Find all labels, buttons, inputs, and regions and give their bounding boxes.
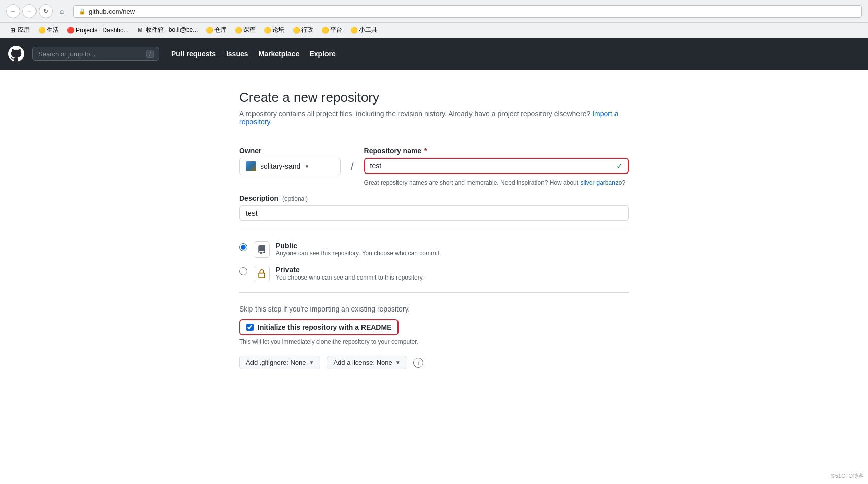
description-label-text: Description bbox=[239, 194, 278, 202]
readme-checkbox[interactable] bbox=[246, 324, 254, 331]
private-radio[interactable] bbox=[239, 267, 247, 275]
owner-caret-icon: ▼ bbox=[304, 164, 309, 169]
readme-box: Initialize this repository with a README bbox=[239, 319, 399, 335]
repo-name-inner: ✓ bbox=[365, 159, 628, 173]
mail-icon: M bbox=[137, 27, 144, 34]
info-icon[interactable]: i bbox=[413, 358, 423, 368]
life-icon: 🟡 bbox=[38, 27, 45, 34]
subtitle-text: A repository contains all project files,… bbox=[239, 110, 590, 118]
bookmark-forum[interactable]: 🟡 论坛 bbox=[261, 25, 287, 36]
bookmark-life[interactable]: 🟡 生活 bbox=[35, 25, 62, 36]
main-content: Create a new repository A repository con… bbox=[0, 70, 868, 484]
separator: / bbox=[351, 147, 354, 172]
bottom-row: Add .gitignore: None ▼ Add a license: No… bbox=[239, 356, 629, 369]
gitignore-label: Add .gitignore: None bbox=[246, 359, 306, 366]
platform-icon: 🟡 bbox=[321, 27, 329, 34]
license-dropdown[interactable]: Add a license: None ▼ bbox=[327, 356, 407, 369]
repo-name-input[interactable] bbox=[365, 159, 611, 173]
nav-pull-requests[interactable]: Pull requests bbox=[171, 50, 216, 58]
bookmark-projects-label: Projects · Dashbo... bbox=[76, 27, 129, 34]
visibility-section: Public Anyone can see this repository. Y… bbox=[239, 241, 629, 282]
skip-section: Skip this step if you're importing an ex… bbox=[239, 305, 629, 345]
private-icon bbox=[254, 266, 270, 282]
public-label: Public bbox=[276, 241, 441, 250]
address-bar[interactable]: 🔒 github.com/new bbox=[73, 5, 862, 18]
readme-label: Initialize this repository with a README bbox=[258, 323, 391, 331]
bookmark-mail[interactable]: M 收件箱 · bo.li@be... bbox=[134, 25, 201, 36]
page-subtitle: A repository contains all project files,… bbox=[239, 110, 629, 126]
search-placeholder: Search or jump to... bbox=[38, 50, 142, 58]
hint-suggestion[interactable]: silver-garbanzo bbox=[580, 179, 622, 186]
nav-issues[interactable]: Issues bbox=[226, 50, 248, 58]
description-input[interactable] bbox=[239, 205, 629, 221]
bookmark-warehouse[interactable]: 🟡 仓库 bbox=[203, 25, 230, 36]
tools-icon: 🟡 bbox=[350, 27, 357, 34]
bookmark-apps-label: 应用 bbox=[18, 26, 30, 34]
browser-toolbar: ← → ↻ ⌂ 🔒 github.com/new bbox=[0, 0, 868, 23]
owner-avatar bbox=[246, 161, 256, 171]
owner-group: Owner solitary-sand ▼ bbox=[239, 147, 341, 175]
private-option: Private You choose who can see and commi… bbox=[239, 266, 629, 282]
license-caret-icon: ▼ bbox=[395, 360, 401, 365]
readme-hint: This will let you immediately clone the … bbox=[239, 338, 629, 345]
repo-name-group: Repository name * ✓ Great repository nam… bbox=[364, 147, 629, 186]
bookmark-mail-label: 收件箱 · bo.li@be... bbox=[146, 26, 198, 34]
visibility-divider bbox=[239, 231, 629, 231]
bookmark-platform[interactable]: 🟡 平台 bbox=[318, 25, 345, 36]
page-title: Create a new repository bbox=[239, 90, 629, 106]
bookmark-admin-label: 行政 bbox=[301, 26, 313, 34]
required-marker: * bbox=[424, 147, 427, 155]
lock-icon: 🔒 bbox=[79, 8, 86, 15]
public-option: Public Anyone can see this repository. Y… bbox=[239, 241, 629, 258]
owner-selector[interactable]: solitary-sand ▼ bbox=[239, 158, 341, 175]
hint-text-prefix: Great repository names are short and mem… bbox=[364, 179, 581, 186]
back-button[interactable]: ← bbox=[6, 4, 20, 18]
description-group: Description (optional) bbox=[239, 194, 629, 221]
bookmark-projects[interactable]: 🔴 Projects · Dashbo... bbox=[64, 26, 132, 35]
apps-icon: ⊞ bbox=[9, 27, 16, 34]
refresh-button[interactable]: ↻ bbox=[39, 4, 53, 18]
private-desc: You choose who can see and commit to thi… bbox=[276, 274, 424, 281]
search-slash-icon: / bbox=[146, 50, 154, 58]
bookmark-admin[interactable]: 🟡 行政 bbox=[290, 25, 316, 36]
watermark: ©51CTO博客 bbox=[831, 472, 864, 480]
owner-repo-row: Owner solitary-sand ▼ / Repository name … bbox=[239, 147, 629, 186]
bookmark-warehouse-label: 仓库 bbox=[214, 26, 227, 34]
bookmark-tools[interactable]: 🟡 小工具 bbox=[347, 25, 380, 36]
repo-name-label-text: Repository name bbox=[364, 147, 422, 155]
main-nav: Pull requests Issues Marketplace Explore bbox=[171, 50, 336, 58]
bookmark-courses-label: 课程 bbox=[243, 26, 256, 34]
bookmark-apps[interactable]: ⊞ 应用 bbox=[6, 25, 33, 36]
public-desc: Anyone can see this repository. You choo… bbox=[276, 250, 441, 257]
repo-name-box: ✓ bbox=[364, 158, 629, 174]
gitignore-dropdown[interactable]: Add .gitignore: None ▼ bbox=[239, 356, 320, 369]
skip-text: Skip this step if you're importing an ex… bbox=[239, 305, 629, 313]
search-bar[interactable]: Search or jump to... / bbox=[32, 47, 159, 61]
browser-chrome: ← → ↻ ⌂ 🔒 github.com/new ⊞ 应用 🟡 生活 🔴 Pro… bbox=[0, 0, 868, 38]
readme-divider bbox=[239, 292, 629, 293]
description-optional: (optional) bbox=[282, 195, 308, 202]
public-icon bbox=[254, 241, 270, 258]
courses-icon: 🟡 bbox=[235, 27, 242, 34]
forward-button[interactable]: → bbox=[22, 4, 37, 18]
github-header: Search or jump to... / Pull requests Iss… bbox=[0, 38, 868, 70]
github-logo[interactable] bbox=[8, 46, 24, 62]
form-container: Create a new repository A repository con… bbox=[231, 90, 637, 369]
url-text: github.com/new bbox=[89, 8, 856, 15]
home-button[interactable]: ⌂ bbox=[55, 4, 69, 18]
form-divider bbox=[239, 136, 629, 136]
nav-explore[interactable]: Explore bbox=[309, 50, 335, 58]
bookmarks-bar: ⊞ 应用 🟡 生活 🔴 Projects · Dashbo... M 收件箱 ·… bbox=[0, 23, 868, 38]
nav-marketplace[interactable]: Marketplace bbox=[259, 50, 300, 58]
projects-icon: 🔴 bbox=[67, 27, 74, 34]
repo-name-check-icon: ✓ bbox=[611, 161, 628, 171]
public-radio[interactable] bbox=[239, 243, 247, 251]
private-label-group: Private You choose who can see and commi… bbox=[276, 266, 424, 281]
private-label: Private bbox=[276, 266, 424, 274]
repo-name-hint: Great repository names are short and mem… bbox=[364, 179, 629, 186]
warehouse-icon: 🟡 bbox=[206, 27, 213, 34]
public-label-group: Public Anyone can see this repository. Y… bbox=[276, 241, 441, 257]
bookmark-tools-label: 小工具 bbox=[359, 26, 377, 34]
repo-name-label: Repository name * bbox=[364, 147, 629, 155]
bookmark-courses[interactable]: 🟡 课程 bbox=[232, 25, 259, 36]
